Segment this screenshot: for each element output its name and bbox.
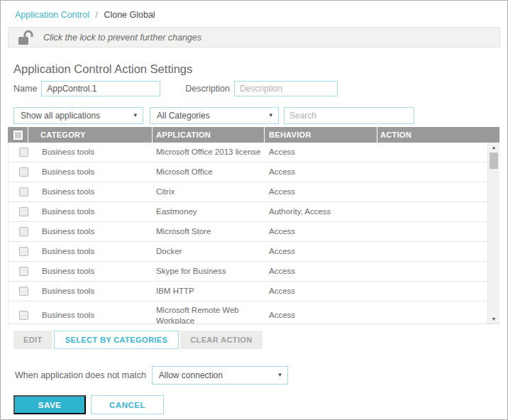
breadcrumb: Application Control / Clone Global <box>1 1 507 26</box>
row-checkbox[interactable] <box>19 148 28 157</box>
row-checkbox[interactable] <box>19 207 28 216</box>
row-behavior: Access <box>265 266 377 277</box>
column-header-action[interactable]: ACTION <box>377 127 499 143</box>
search-input[interactable] <box>284 107 414 124</box>
row-checkbox[interactable] <box>19 247 28 256</box>
lock-banner: Click the lock to prevent further change… <box>8 27 500 48</box>
row-checkbox-cell <box>9 311 28 320</box>
clear-action-button[interactable]: CLEAR ACTION <box>180 331 263 349</box>
row-category: Business tools <box>28 206 153 217</box>
row-behavior: Access <box>265 246 377 257</box>
row-checkbox-cell <box>9 187 28 197</box>
row-checkbox[interactable] <box>19 267 28 276</box>
chevron-down-icon: ▾ <box>278 372 282 378</box>
row-application: Eastmoney <box>153 206 265 217</box>
column-header-category[interactable]: CATEGORY <box>28 127 152 143</box>
row-behavior: Access <box>265 147 377 158</box>
unlock-icon[interactable] <box>18 30 36 45</box>
row-checkbox-cell <box>9 167 28 177</box>
scrollbar-thumb[interactable] <box>490 153 498 169</box>
row-checkbox-cell <box>9 148 28 157</box>
table-rows: Business tools Microsoft Office 2013 lic… <box>9 143 488 324</box>
table-row[interactable]: Business tools IBM HTTP Access <box>9 282 488 302</box>
table-row[interactable]: Business tools Skype for Business Access <box>9 262 488 282</box>
row-checkbox[interactable] <box>19 227 28 236</box>
table-action-buttons: EDIT SELECT BY CATEGORIES CLEAR ACTION <box>13 331 507 349</box>
row-category: Business tools <box>28 246 153 257</box>
row-application: Docker <box>153 246 265 257</box>
description-input[interactable] <box>234 81 338 96</box>
row-behavior: Access <box>265 167 377 177</box>
scroll-down-icon[interactable]: ▼ <box>488 314 499 324</box>
name-description-row: Name Description <box>13 81 507 96</box>
description-label: Description <box>185 84 230 94</box>
applications-table: CATEGORY APPLICATION BEHAVIOR ACTION Bus… <box>8 127 499 324</box>
category-filter-value: All Categories <box>157 111 210 121</box>
name-label: Name <box>13 84 37 94</box>
row-category: Business tools <box>28 310 153 321</box>
row-category: Business tools <box>28 187 153 197</box>
column-header-application[interactable]: APPLICATION <box>152 127 264 143</box>
table-body-viewport: Business tools Microsoft Office 2013 lic… <box>8 143 499 324</box>
row-category: Business tools <box>28 147 153 158</box>
vertical-scrollbar[interactable]: ▲ ▼ <box>487 143 499 324</box>
scroll-up-icon[interactable]: ▲ <box>488 143 499 152</box>
row-category: Business tools <box>28 286 153 297</box>
row-behavior: Access <box>265 286 377 297</box>
breadcrumb-separator: / <box>95 10 97 20</box>
application-filter-value: Show all applications <box>21 111 100 121</box>
row-checkbox-cell <box>9 287 28 296</box>
row-checkbox-cell <box>9 267 28 276</box>
chevron-down-icon: ▾ <box>133 112 137 118</box>
row-checkbox-cell <box>9 247 28 256</box>
lock-message: Click the lock to prevent further change… <box>43 33 201 43</box>
row-behavior: Authority, Access <box>265 206 377 217</box>
chevron-down-icon: ▾ <box>269 112 272 118</box>
no-match-dropdown[interactable]: Allow connection ▾ <box>152 366 288 385</box>
row-application: Microsoft Office <box>153 167 265 177</box>
no-match-label: When application does not match <box>15 370 146 380</box>
cancel-button[interactable]: CANCEL <box>91 395 164 414</box>
row-application: Skype for Business <box>153 266 265 277</box>
select-all-checkbox[interactable] <box>13 131 23 140</box>
row-checkbox[interactable] <box>19 187 28 197</box>
row-category: Business tools <box>28 226 153 237</box>
table-row[interactable]: Business tools Eastmoney Authority, Acce… <box>9 202 488 222</box>
row-checkbox[interactable] <box>19 311 28 320</box>
edit-button[interactable]: EDIT <box>13 331 53 349</box>
table-row[interactable]: Business tools Docker Access <box>9 242 488 262</box>
row-application: IBM HTTP <box>153 286 265 297</box>
row-checkbox[interactable] <box>19 167 28 177</box>
row-application: Microsoft Office 2013 license <box>153 147 265 158</box>
select-by-categories-button[interactable]: SELECT BY CATEGORIES <box>54 331 180 349</box>
row-checkbox-cell <box>9 227 28 236</box>
column-header-behavior[interactable]: BEHAVIOR <box>264 127 377 143</box>
category-filter-dropdown[interactable]: All Categories ▾ <box>150 107 279 124</box>
table-row[interactable]: Business tools Microsoft Store Access <box>9 222 488 242</box>
table-row[interactable]: Business tools Microsoft Remote Web Work… <box>9 302 488 324</box>
breadcrumb-current-page: Clone Global <box>104 10 155 20</box>
footer-buttons: SAVE CANCEL <box>13 395 507 414</box>
breadcrumb-link-application-control[interactable]: Application Control <box>15 10 89 20</box>
row-category: Business tools <box>28 266 153 277</box>
row-behavior: Access <box>265 226 377 237</box>
table-header: CATEGORY APPLICATION BEHAVIOR ACTION <box>8 127 499 143</box>
save-button[interactable]: SAVE <box>13 395 86 414</box>
application-control-page: Application Control / Clone Global Click… <box>0 0 508 420</box>
table-row[interactable]: Business tools Citrix Access <box>9 182 488 202</box>
row-behavior: Access <box>265 187 377 197</box>
no-match-value: Allow connection <box>159 370 223 380</box>
select-all-cell <box>8 127 28 143</box>
filter-row: Show all applications ▾ All Categories ▾ <box>13 107 507 124</box>
row-application: Citrix <box>153 187 265 197</box>
row-application: Microsoft Remote Web Workplace <box>153 305 265 324</box>
row-application: Microsoft Store <box>153 226 265 237</box>
table-row[interactable]: Business tools Microsoft Office Access <box>9 162 488 182</box>
application-filter-dropdown[interactable]: Show all applications ▾ <box>13 107 143 124</box>
table-row[interactable]: Business tools Microsoft Office 2013 lic… <box>9 143 488 162</box>
no-match-row: When application does not match Allow co… <box>15 366 507 385</box>
name-input[interactable] <box>41 81 160 96</box>
row-checkbox[interactable] <box>19 287 28 296</box>
row-behavior: Access <box>265 310 377 321</box>
row-checkbox-cell <box>9 207 28 216</box>
